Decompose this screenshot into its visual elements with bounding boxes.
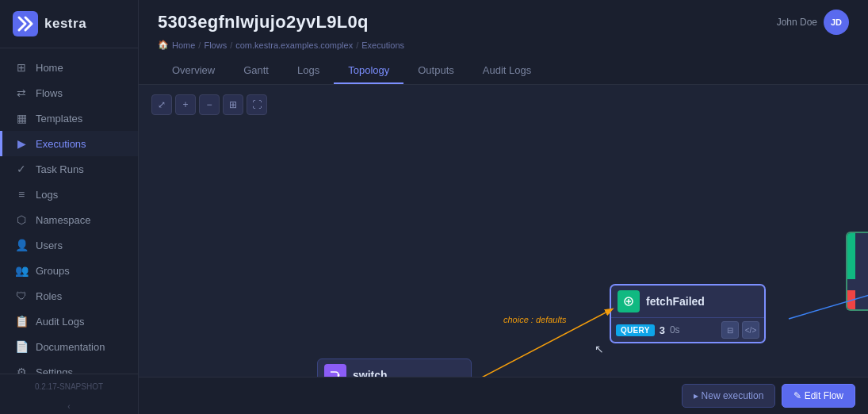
node-fetchfailed-actions: ⊟ </> xyxy=(721,321,759,339)
sidebar-item-documentation[interactable]: 📄 Documentation xyxy=(0,334,138,359)
groups-icon: 👥 xyxy=(15,264,28,277)
roles-icon: 🛡 xyxy=(15,289,28,302)
sidebar-item-logs[interactable]: ≡ Logs xyxy=(0,182,138,207)
sidebar-label-roles: Roles xyxy=(36,290,62,302)
user-avatar[interactable]: JD xyxy=(824,10,849,35)
executions-icon: ▶ xyxy=(15,137,28,150)
home-icon: ⊞ xyxy=(15,61,28,74)
fit-view-btn[interactable]: ⤢ xyxy=(151,94,172,115)
bottom-bar: ▸ New execution ✎ Edit Flow xyxy=(139,377,868,414)
tabs-bar: Overview Gantt Logs Topology Outputs Aud… xyxy=(158,58,849,84)
breadcrumb-sep1: / xyxy=(198,40,201,50)
sidebar-label-home: Home xyxy=(36,62,63,74)
namespace-icon: ⬡ xyxy=(15,213,28,226)
tab-audit-logs[interactable]: Audit Logs xyxy=(468,58,545,84)
execution-title: 5303egfnIwjujo2yvL9L0q xyxy=(158,12,369,33)
documentation-icon: 📄 xyxy=(15,340,28,353)
topology-area: ⤢ + − ⊞ ⛶ xyxy=(139,85,868,377)
sidebar-label-logs: Logs xyxy=(36,189,58,201)
sidebar-item-users[interactable]: 👤 Users xyxy=(0,232,138,258)
users-icon: 👤 xyxy=(15,239,28,251)
node-fetchfailed[interactable]: fetchFailed Query 3 0s ⊟ </> xyxy=(610,285,765,343)
sidebar-label-templates: Templates xyxy=(36,113,82,125)
sidebar-label-users: Users xyxy=(36,240,63,251)
sidebar-item-roles[interactable]: 🛡 Roles xyxy=(0,283,138,309)
breadcrumb-home-icon: 🏠 xyxy=(158,40,169,50)
user-area: John Doe JD xyxy=(777,10,849,35)
node-fetchfailed-view-btn[interactable]: ⊟ xyxy=(721,321,739,339)
node-fetchfailed-duration: 0s xyxy=(670,324,680,335)
cursor-indicator: ↖ xyxy=(595,343,604,355)
main-content: 5303egfnIwjujo2yvL9L0q John Doe JD 🏠 Hom… xyxy=(139,0,868,414)
svg-point-2 xyxy=(338,374,340,377)
new-execution-button[interactable]: ▸ New execution xyxy=(682,384,775,408)
sidebar-item-flows[interactable]: ⇄ Flows xyxy=(0,80,138,105)
sidebar-item-namespace[interactable]: ⬡ Namespace xyxy=(0,207,138,232)
sidebar-item-groups[interactable]: 👥 Groups xyxy=(0,258,138,283)
logo-area: kestra xyxy=(0,0,138,48)
version-label: 0.2.17-SNAPSHOT xyxy=(0,374,138,399)
breadcrumb-flows[interactable]: Flows xyxy=(204,40,227,50)
sidebar-label-task-runs: Task Runs xyxy=(36,163,84,175)
sidebar-label-namespace: Namespace xyxy=(36,214,90,226)
fetchfailed-node-icon xyxy=(618,290,640,312)
breadcrumb-executions[interactable]: Executions xyxy=(361,40,404,50)
task-runs-icon: ✓ xyxy=(15,163,28,175)
sidebar-collapse-btn[interactable]: ‹ xyxy=(0,399,138,414)
sidebar-item-templates[interactable]: ▦ Templates xyxy=(0,105,138,131)
sidebar-label-executions: Executions xyxy=(36,138,86,150)
node-fetchfailed-header: fetchFailed xyxy=(611,286,764,317)
node-switch-header: switch xyxy=(318,359,471,377)
sidebar-item-audit-logs[interactable]: 📋 Audit Logs xyxy=(0,309,138,334)
templates-icon: ▦ xyxy=(15,112,28,125)
user-name: John Doe xyxy=(777,17,817,28)
logs-icon: ≡ xyxy=(15,188,28,201)
sidebar-nav: ⊞ Home ⇄ Flows ▦ Templates ▶ Executions … xyxy=(0,48,138,374)
node-partial-right xyxy=(846,232,868,311)
zoom-in-btn[interactable]: + xyxy=(175,94,196,115)
edit-flow-button[interactable]: ✎ Edit Flow xyxy=(782,384,855,408)
node-fetchfailed-code-btn[interactable]: </> xyxy=(742,321,759,339)
breadcrumb-sep3: / xyxy=(356,40,358,50)
node-fetchfailed-badge: Query xyxy=(616,324,655,336)
breadcrumb-sep2: / xyxy=(230,40,232,50)
tab-outputs[interactable]: Outputs xyxy=(403,58,468,84)
node-fetchfailed-footer: Query 3 0s ⊟ </> xyxy=(611,317,764,342)
zoom-out-btn[interactable]: − xyxy=(199,94,220,115)
sidebar-label-audit-logs: Audit Logs xyxy=(36,316,84,328)
breadcrumb-home[interactable]: Home xyxy=(172,40,195,50)
tab-gantt[interactable]: Gantt xyxy=(229,58,283,84)
sidebar-item-home[interactable]: ⊞ Home xyxy=(0,55,138,80)
edge-label-defaults: choice : defaults xyxy=(503,315,567,324)
breadcrumb: 🏠 Home / Flows / com.kestra.examples.com… xyxy=(158,40,849,50)
breadcrumb-namespace[interactable]: com.kestra.examples.complex xyxy=(235,40,353,50)
sidebar-item-settings[interactable]: ⚙ Settings xyxy=(0,359,138,374)
tab-logs[interactable]: Logs xyxy=(283,58,334,84)
node-fetchfailed-title: fetchFailed xyxy=(646,295,705,308)
topology-toolbar: ⤢ + − ⊞ ⛶ xyxy=(151,94,267,115)
tab-overview[interactable]: Overview xyxy=(158,58,229,84)
sidebar-label-groups: Groups xyxy=(36,265,70,277)
edge-choice-defaults xyxy=(476,309,612,377)
node-switch[interactable]: switch switch 4 0s ⊟ </> xyxy=(317,358,472,377)
tab-topology[interactable]: Topology xyxy=(334,58,403,84)
sidebar-label-flows: Flows xyxy=(36,87,63,99)
fullscreen-btn[interactable]: ⛶ xyxy=(247,94,267,115)
logo-text: kestra xyxy=(44,16,86,32)
sidebar: kestra ⊞ Home ⇄ Flows ▦ Templates ▶ Exec… xyxy=(0,0,139,414)
audit-logs-icon: 📋 xyxy=(15,315,28,328)
header-top: 5303egfnIwjujo2yvL9L0q John Doe JD xyxy=(158,10,849,35)
node-switch-title: switch xyxy=(353,369,388,377)
node-fetchfailed-count: 3 xyxy=(660,324,665,336)
flows-icon: ⇄ xyxy=(15,86,28,99)
sidebar-item-task-runs[interactable]: ✓ Task Runs xyxy=(0,156,138,182)
sidebar-item-executions[interactable]: ▶ Executions xyxy=(0,131,138,156)
sidebar-label-settings: Settings xyxy=(36,366,73,374)
switch-node-icon xyxy=(324,364,346,377)
settings-icon: ⚙ xyxy=(15,366,28,374)
sidebar-label-documentation: Documentation xyxy=(36,341,105,353)
lock-btn[interactable]: ⊞ xyxy=(223,94,243,115)
kestra-logo-icon xyxy=(13,11,38,36)
header: 5303egfnIwjujo2yvL9L0q John Doe JD 🏠 Hom… xyxy=(139,0,868,85)
